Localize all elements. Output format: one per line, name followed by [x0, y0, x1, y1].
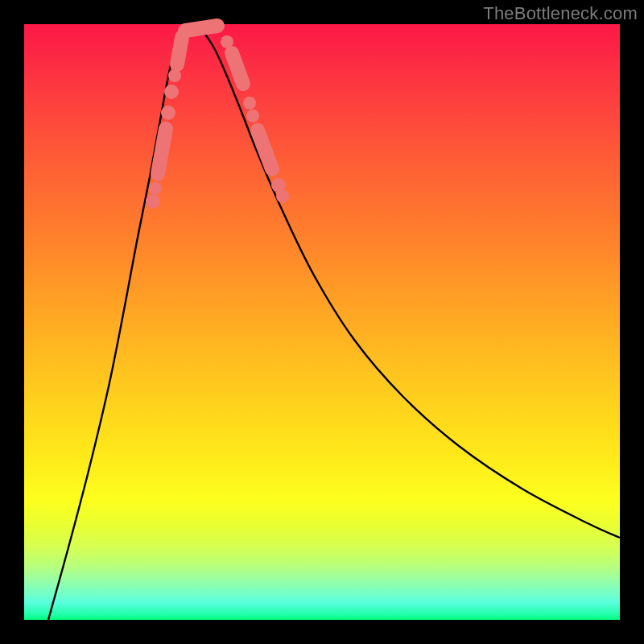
marker-dot [161, 105, 175, 120]
marker-pill [177, 37, 182, 64]
marker-pill [158, 129, 166, 174]
marker-pill [185, 26, 217, 31]
plot-area [24, 24, 620, 620]
marker-dot [246, 109, 259, 122]
marker-pill [258, 130, 272, 169]
curve-layer [24, 24, 620, 620]
marker-dot [164, 85, 179, 99]
marker-dot [149, 182, 162, 195]
marker-dot [146, 194, 160, 208]
marker-dot [243, 97, 256, 109]
watermark-text: TheBottleneck.com [483, 3, 638, 24]
marker-dot [276, 190, 289, 203]
marker-pill [232, 53, 243, 84]
bottleneck-curve [48, 24, 620, 620]
chart-frame: TheBottleneck.com [0, 0, 644, 644]
